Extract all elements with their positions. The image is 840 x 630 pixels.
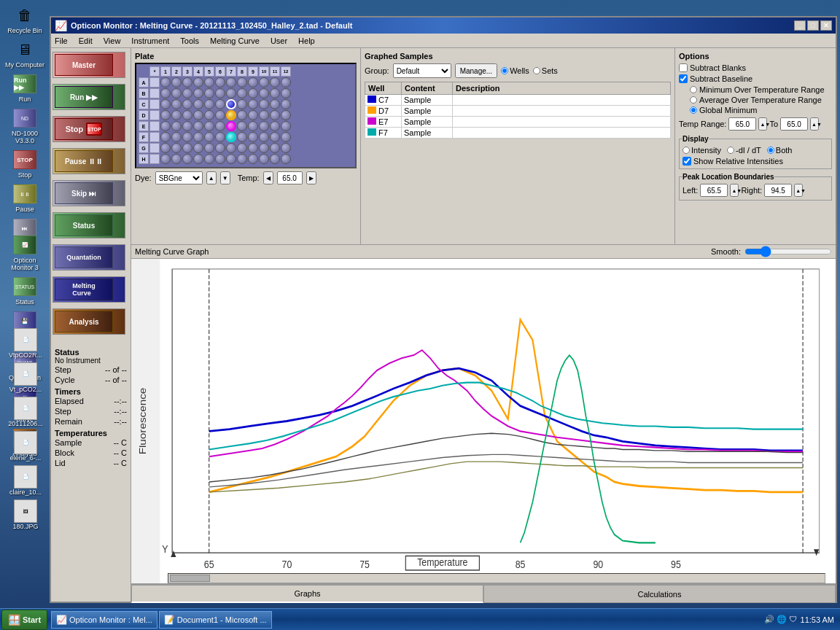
well-B4[interactable]	[193, 88, 203, 98]
sets-radio[interactable]	[533, 67, 540, 74]
global-min-radio[interactable]	[690, 106, 697, 114]
intensity-radio[interactable]	[682, 147, 690, 154]
nav-status-btn[interactable]: Status	[52, 212, 125, 238]
well-E1[interactable]	[160, 121, 171, 131]
well-C5[interactable]	[204, 99, 214, 109]
start-button[interactable]: 🪟 Start	[1, 610, 47, 630]
well-B3[interactable]	[182, 88, 192, 98]
well-F7[interactable]	[226, 132, 236, 142]
well-E4[interactable]	[193, 121, 203, 131]
well-A6[interactable]	[215, 77, 225, 88]
well-A7[interactable]	[226, 77, 236, 88]
well-A11[interactable]	[270, 77, 280, 88]
well-A3[interactable]	[182, 77, 192, 88]
well-F9[interactable]	[248, 132, 258, 142]
well-D10[interactable]	[259, 110, 269, 120]
well-D5[interactable]	[204, 110, 214, 120]
file-2011-icon[interactable]: 📄 20111206...	[4, 397, 47, 427]
well-H11[interactable]	[270, 154, 280, 164]
dye-select[interactable]: SBGne	[155, 171, 203, 184]
well-C2[interactable]	[171, 99, 182, 109]
well-H1[interactable]	[160, 154, 171, 164]
nav-master-btn[interactable]: Master	[52, 52, 125, 78]
well-E12[interactable]	[281, 121, 291, 131]
well-H8[interactable]	[237, 154, 247, 164]
well-D6[interactable]	[215, 110, 225, 120]
nav-analysis-btn[interactable]: Analysis	[52, 308, 125, 335]
menu-melting-curve[interactable]: Melting Curve	[210, 36, 260, 45]
peak-right-input[interactable]	[764, 184, 792, 197]
well-A4[interactable]	[193, 77, 203, 88]
well-D9[interactable]	[248, 110, 258, 120]
close-button[interactable]: ✕	[820, 20, 832, 31]
well-F4[interactable]	[193, 132, 203, 142]
temp-left-btn[interactable]: ◀	[263, 171, 273, 184]
both-radio[interactable]	[767, 147, 774, 154]
well-D12[interactable]	[281, 110, 291, 120]
well-C6[interactable]	[215, 99, 225, 109]
well-C7[interactable]	[226, 99, 236, 109]
group-select[interactable]: Default	[393, 63, 451, 78]
well-C9[interactable]	[248, 99, 258, 109]
menu-help[interactable]: Help	[298, 36, 315, 45]
well-C11[interactable]	[270, 99, 280, 109]
well-H3[interactable]	[182, 154, 192, 164]
well-E11[interactable]	[270, 121, 280, 131]
horizontal-scrollbar[interactable]	[168, 573, 825, 583]
well-E5[interactable]	[204, 121, 214, 131]
temp-range-to-input[interactable]	[780, 117, 808, 131]
smooth-slider[interactable]	[744, 246, 832, 257]
well-E7[interactable]	[226, 121, 236, 131]
maximize-button[interactable]: □	[807, 20, 819, 31]
peak-left-input[interactable]	[700, 184, 728, 197]
temp-value[interactable]	[277, 171, 303, 184]
well-G4[interactable]	[193, 143, 203, 153]
nav-run-btn[interactable]: Run ▶▶	[52, 84, 125, 110]
well-H6[interactable]	[215, 154, 225, 164]
claire-icon[interactable]: 📄 claire_10...	[4, 465, 47, 496]
well-D1[interactable]	[160, 110, 171, 120]
well-E2[interactable]	[171, 121, 182, 131]
well-G1[interactable]	[160, 143, 171, 153]
menu-edit[interactable]: Edit	[79, 36, 93, 45]
taskbar-opticon[interactable]: 📈 Opticon Monitor : Mel...	[51, 611, 158, 629]
well-G10[interactable]	[259, 143, 269, 153]
status-icon[interactable]: STATUS Status	[3, 275, 47, 306]
menu-file[interactable]: File	[55, 36, 68, 45]
well-C8[interactable]	[237, 99, 247, 109]
well-B11[interactable]	[270, 88, 280, 98]
well-E6[interactable]	[215, 121, 225, 131]
temp-range-to-spin[interactable]: ▲▼	[810, 117, 819, 131]
temp-range-from-input[interactable]	[728, 117, 756, 131]
nav-skip-btn[interactable]: Skip ⏭	[52, 180, 125, 206]
nav-pause-btn[interactable]: Pause ⏸⏸	[52, 148, 125, 174]
well-F2[interactable]	[171, 132, 182, 142]
well-E10[interactable]	[259, 121, 269, 131]
well-C10[interactable]	[259, 99, 269, 109]
well-G5[interactable]	[204, 143, 214, 153]
well-E8[interactable]	[237, 121, 247, 131]
well-G7[interactable]	[226, 143, 236, 153]
well-G3[interactable]	[182, 143, 192, 153]
well-A10[interactable]	[259, 77, 269, 88]
nav-melting-btn[interactable]: MeltingCurve	[52, 276, 125, 303]
temp-right-btn[interactable]: ▶	[306, 171, 316, 184]
min-over-temp-radio[interactable]	[690, 86, 697, 93]
well-G2[interactable]	[171, 143, 182, 153]
nav-quantation-btn[interactable]: Quantation	[52, 244, 125, 271]
well-F11[interactable]	[270, 132, 280, 142]
dye-down-btn[interactable]: ▼	[220, 171, 230, 184]
well-B9[interactable]	[248, 88, 258, 98]
well-G8[interactable]	[237, 143, 247, 153]
well-A8[interactable]	[237, 77, 247, 88]
well-D4[interactable]	[193, 110, 203, 120]
peak-left-spin[interactable]: ▲▼	[730, 184, 739, 197]
table-row[interactable]: F7 Sample	[365, 128, 671, 139]
well-H2[interactable]	[171, 154, 182, 164]
well-D3[interactable]	[182, 110, 192, 120]
show-relative-checkbox[interactable]	[682, 157, 691, 166]
well-B10[interactable]	[259, 88, 269, 98]
table-row[interactable]: E7 Sample	[365, 117, 671, 128]
nav-stop-btn[interactable]: Stop STOP	[52, 116, 125, 142]
well-H5[interactable]	[204, 154, 214, 164]
